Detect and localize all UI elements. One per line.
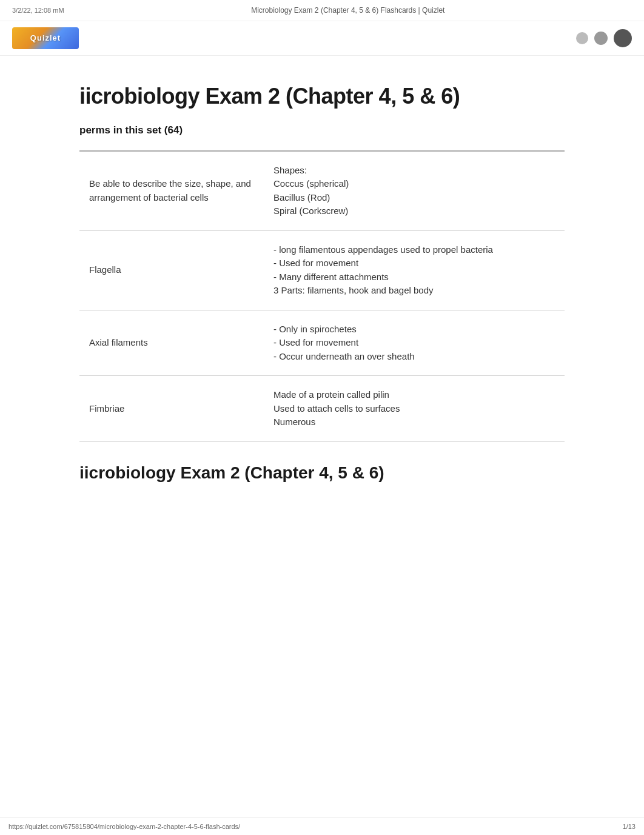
definition-cell: - Only in spirochetes- Used for movement… [264, 310, 565, 376]
table-row: FimbriaeMade of a protein called pilinUs… [79, 376, 565, 442]
definition-cell: Made of a protein called pilinUsed to at… [264, 376, 565, 442]
table-row: Flagella- long filamentous appendages us… [79, 230, 565, 310]
footer-repeat-title: iicrobiology Exam 2 (Chapter 4, 5 & 6) [79, 460, 565, 486]
flashcard-table: Be able to describe the size, shape, and… [79, 150, 565, 442]
definition-cell: - long filamentous appendages used to pr… [264, 230, 565, 310]
icon-2[interactable] [594, 32, 608, 45]
timestamp: 3/2/22, 12:08 mM [12, 5, 64, 16]
table-row: Be able to describe the size, shape, and… [79, 151, 565, 231]
site-header: Quizlet [0, 21, 644, 56]
term-cell: Be able to describe the size, shape, and… [79, 151, 264, 231]
header-icons [576, 29, 632, 47]
browser-bar: 3/2/22, 12:08 mM Microbiology Exam 2 (Ch… [0, 0, 644, 21]
term-cell: Flagella [79, 230, 264, 310]
tab-title: Microbiology Exam 2 (Chapter 4, 5 & 6) F… [64, 5, 632, 16]
main-content: iicrobiology Exam 2 (Chapter 4, 5 & 6) p… [61, 56, 583, 522]
term-cell: Fimbriae [79, 376, 264, 442]
page-title: iicrobiology Exam 2 (Chapter 4, 5 & 6) [79, 80, 565, 113]
user-avatar[interactable] [614, 29, 632, 47]
icon-1[interactable] [576, 32, 588, 44]
term-cell: Axial filaments [79, 310, 264, 376]
site-logo[interactable]: Quizlet [12, 27, 79, 49]
definition-cell: Shapes:Coccus (spherical)Bacillus (Rod)S… [264, 151, 565, 231]
table-row: Axial filaments- Only in spirochetes- Us… [79, 310, 565, 376]
set-subtitle: perms in this set (64) [79, 122, 565, 138]
